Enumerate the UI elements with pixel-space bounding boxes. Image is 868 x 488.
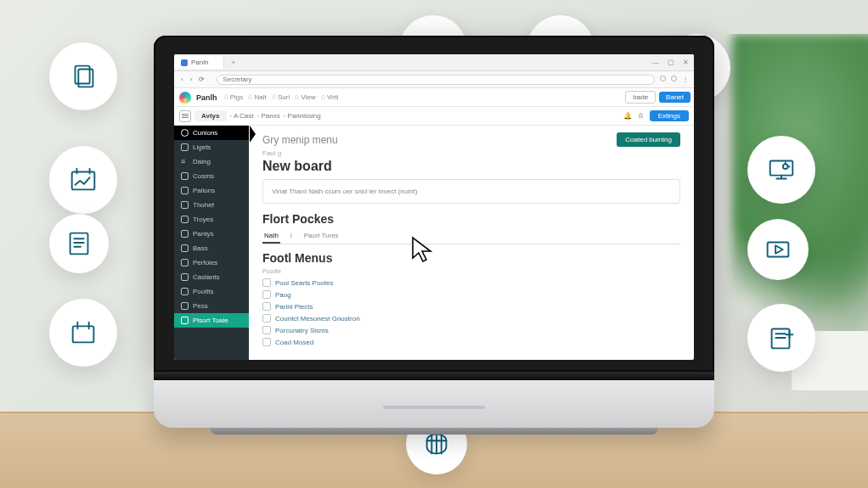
sidebar-item-label: Perfoles (193, 259, 217, 266)
address-text: Secretary (223, 76, 251, 83)
sq-icon (181, 216, 189, 223)
breadcrumb[interactable]: Pannissing (284, 112, 321, 120)
section-title: Flort Pockes (262, 212, 680, 226)
play-rect-icon (747, 219, 809, 280)
sq-icon (181, 273, 189, 281)
sidebar-item[interactable]: Pisort Toale (174, 313, 249, 328)
hamburger-icon[interactable] (179, 110, 191, 122)
ext-icon[interactable] (671, 76, 677, 81)
sq-icon (181, 187, 189, 194)
printer-icon[interactable]: ⎙ (639, 112, 643, 120)
checkbox-item[interactable]: Porcunatry Sisms (262, 324, 680, 336)
sidebar-item-label: Bass (193, 244, 208, 252)
sidebar-item[interactable]: Troyes (174, 212, 249, 227)
toolbar-links: Pigs Nalt Suri View Virtl (224, 93, 339, 101)
window-close-icon[interactable]: ✕ (683, 59, 689, 66)
checkbox-item[interactable]: Countct Mesonest Gnostron (262, 312, 680, 324)
checkbox-item[interactable]: Parinl Piects (262, 300, 680, 312)
window-min-icon[interactable]: ― (652, 59, 659, 66)
checkbox-item[interactable]: Pool Searts Pootes (262, 277, 680, 289)
create-button[interactable]: Coated burning (617, 132, 680, 147)
section-chip[interactable]: Avtys (194, 110, 227, 121)
sidebar-item-label: Castants (193, 273, 220, 281)
browser-tabstrip: Panlh + ― ▢ ✕ (174, 54, 694, 71)
tabs: Nath i Paorl Tures (262, 229, 680, 244)
sidebar-item[interactable]: Pootlts (174, 284, 249, 299)
sidebar-item-label: Ligets (193, 143, 211, 151)
svg-rect-4 (73, 326, 94, 342)
sq-icon (181, 317, 189, 324)
browser-menu-icon[interactable]: ⋮ (682, 76, 689, 83)
tab[interactable]: i (289, 229, 294, 244)
sidebar-item-label: Pantys (193, 230, 213, 238)
screen: Panlh + ― ▢ ✕ ‹ › ⟳ Secretary (174, 54, 694, 360)
checkbox-list: Pool Searts PootesPaogParinl PiectsCount… (262, 277, 680, 348)
sidebar-item-label: Pess (193, 302, 208, 310)
calendar-chart-icon (49, 146, 117, 214)
toolbar-link[interactable]: Pigs (224, 93, 244, 101)
toolbar-link[interactable]: Nalt (248, 93, 266, 101)
sidebar-item-label: Troyes (193, 216, 213, 223)
back-button[interactable]: ‹ (181, 76, 183, 83)
description-box[interactable]: Vinat Thard Nath ccum oer snid ler invec… (262, 179, 680, 204)
address-bar[interactable]: Secretary (217, 75, 655, 85)
toolbar-link[interactable]: Suri (272, 93, 290, 101)
breadcrumb[interactable]: A Cast (230, 112, 254, 120)
sidebar-item[interactable]: Cosms (174, 169, 249, 183)
sidebar-item[interactable]: Castants (174, 270, 249, 284)
breadcrumb[interactable]: Panxs (257, 112, 280, 120)
note-plus-icon (747, 304, 815, 372)
sidebar-item[interactable]: Thohef (174, 198, 249, 212)
sidebar-item[interactable]: Pantys (174, 227, 249, 241)
sq-icon (181, 302, 189, 310)
favicon-icon (181, 59, 188, 66)
sidebar-item[interactable]: Ligets (174, 140, 249, 154)
ext-icon[interactable] (660, 76, 666, 81)
breadcrumb-bar: Avtys A Cast Panxs Pannissing 🔔 ⎙ Exting… (174, 107, 694, 126)
forward-button[interactable]: › (190, 76, 193, 83)
sidebar-item[interactable]: Bass (174, 241, 249, 255)
primary-button[interactable]: Banet (659, 92, 690, 103)
tab[interactable]: Paorl Tures (302, 229, 341, 244)
sidebar-item-label: Dalng (193, 158, 211, 165)
svg-rect-9 (768, 242, 789, 256)
stacked-docs-icon (49, 42, 117, 110)
checkbox-item[interactable]: Coad Mosed (262, 336, 680, 348)
sidebar-item[interactable]: Dalng (174, 154, 249, 169)
main-content: Coated burning Gry menip menu Faul g New… (249, 126, 694, 360)
sidebar-item-label: Cunions (193, 129, 217, 137)
svg-rect-7 (770, 161, 793, 176)
field-label: Poodle (262, 268, 680, 274)
sq-icon (181, 172, 189, 180)
sq-icon (181, 259, 189, 266)
window-max-icon[interactable]: ▢ (668, 59, 674, 66)
sidebar: CunionsLigetsDalngCosmsPallonsThohefTroy… (174, 126, 249, 360)
checkbox-item[interactable]: Paog (262, 289, 680, 300)
app-toolbar: Panlh Pigs Nalt Suri View Virtl bade Ban… (174, 88, 694, 107)
sidebar-item-label: Pisort Toale (193, 317, 228, 324)
browser-toolbar: ‹ › ⟳ Secretary ⋮ (174, 71, 694, 88)
sidebar-item[interactable]: Cunions (174, 126, 249, 140)
toolbar-link[interactable]: Virtl (321, 93, 339, 101)
svg-rect-10 (772, 329, 790, 349)
settings-button[interactable]: Extings (650, 110, 689, 121)
sidebar-item[interactable]: Perfoles (174, 255, 249, 270)
tab[interactable]: Nath (262, 229, 280, 244)
sidebar-item[interactable]: Pess (174, 299, 249, 313)
sq-icon (181, 143, 189, 151)
page-hint: Faul g (262, 149, 680, 157)
toolbar-link[interactable]: View (295, 93, 315, 101)
sq-icon (181, 244, 189, 252)
bell-icon[interactable]: 🔔 (623, 112, 632, 120)
sidebar-item-label: Pallons (193, 187, 215, 194)
sidebar-item-label: Thohef (193, 201, 214, 209)
app-brand: Panlh (196, 93, 217, 102)
reload-button[interactable]: ⟳ (199, 76, 205, 83)
secondary-button[interactable]: bade (625, 91, 656, 104)
browser-tab[interactable]: Panlh (174, 56, 224, 69)
sidebar-item[interactable]: Pallons (174, 183, 249, 198)
calendar-blank-icon (49, 299, 117, 367)
laptop: Panlh + ― ▢ ✕ ‹ › ⟳ Secretary (154, 36, 714, 435)
new-tab-button[interactable]: + (224, 59, 242, 66)
circle-icon (181, 129, 189, 137)
